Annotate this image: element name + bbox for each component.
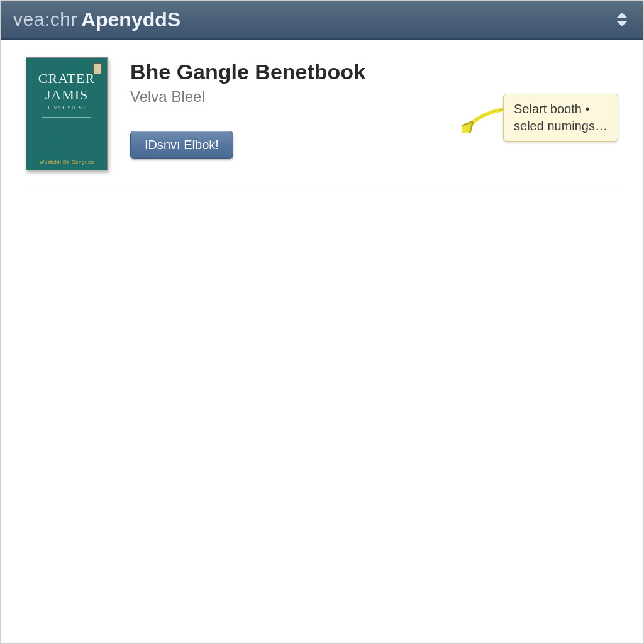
header-prefix: vea:chr [13, 9, 77, 30]
chevron-up-icon [617, 13, 627, 18]
book-title: Bhe Gangle Benetbook [130, 60, 618, 84]
cover-divider [42, 117, 91, 118]
arrow-icon [462, 102, 506, 133]
cover-badge-icon [93, 63, 102, 74]
cover-footer: Wostebil De Cengues [40, 159, 94, 165]
book-cover[interactable]: CRATER JAMIS TIVAT SUIST ── ─ ─── ── ─ ─… [26, 57, 108, 170]
app-frame: vea:chr ApenyddS CRATER JAMIS TIVAT SUIS… [0, 0, 644, 644]
header-title: ApenyddS [81, 8, 180, 31]
chevron-down-icon [617, 21, 627, 26]
tooltip-callout: Selart booth • seled numings… [462, 94, 618, 142]
cover-subtitle: TIVAT SUIST [47, 104, 87, 111]
header-sort-toggle[interactable] [617, 13, 631, 26]
download-ebook-button[interactable]: IDsnvı Eſbok! [130, 131, 233, 159]
tooltip-line2: seled numings… [514, 118, 608, 135]
cover-title-line2: JAMIS [45, 87, 89, 103]
tooltip-box[interactable]: Selart booth • seled numings… [503, 94, 618, 142]
tooltip-line1: Selart booth • [514, 101, 608, 118]
book-row: CRATER JAMIS TIVAT SUIST ── ─ ─── ── ─ ─… [26, 57, 618, 191]
cover-title-line1: CRATER [38, 70, 95, 87]
header-bar: vea:chr ApenyddS [1, 1, 643, 40]
content-area: CRATER JAMIS TIVAT SUIST ── ─ ─── ── ─ ─… [1, 40, 643, 191]
cover-blurb: ── ─ ─── ── ─ ─── ─ ─ [58, 124, 75, 138]
